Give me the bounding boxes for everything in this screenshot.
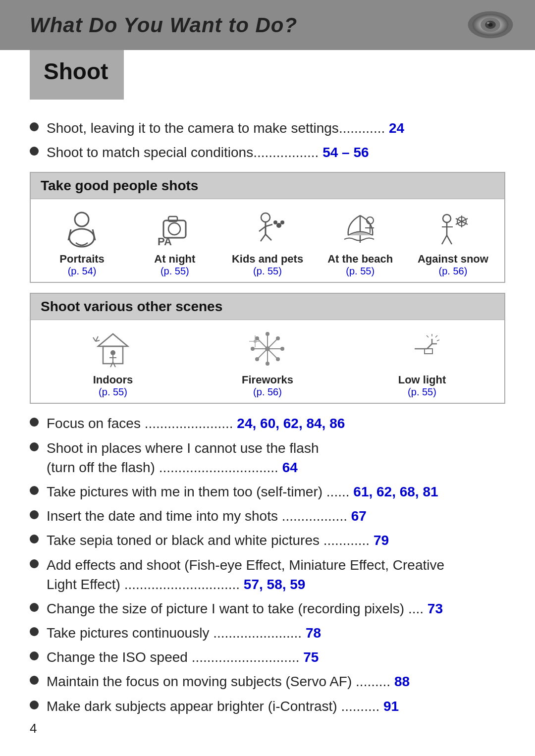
section-people-shots: Take good people shots Portraits (p. 54) (30, 172, 505, 283)
bullet-continuous: Take pictures continuously .............… (30, 623, 505, 643)
bullet-text: Focus on faces (47, 416, 141, 431)
svg-point-60 (276, 336, 280, 340)
svg-point-11 (168, 223, 180, 235)
svg-line-17 (266, 224, 272, 226)
at-beach-icon (335, 209, 385, 249)
page-title: What Do You Want to Do? (30, 13, 297, 37)
page-ref-1[interactable]: 24 (389, 120, 404, 136)
bullet-line2: (turn off the flash) (47, 460, 155, 475)
svg-line-44 (110, 362, 113, 367)
portraits-label: Portraits (59, 253, 104, 266)
section2-title: Shoot various other scenes (31, 294, 504, 320)
page-ref[interactable]: 91 (383, 699, 399, 714)
bullet-dot (30, 147, 39, 156)
icon-against-snow: Against snow (p. 56) (407, 209, 499, 277)
bullet-focus-faces: Focus on faces ....................... 2… (30, 414, 505, 433)
svg-point-58 (280, 347, 284, 351)
svg-point-59 (255, 336, 259, 340)
bullet-date-time: Insert the date and time into my shots .… (30, 506, 505, 526)
lens-icon (466, 9, 515, 41)
svg-line-38 (93, 337, 96, 341)
bullet-dot (30, 651, 39, 660)
page-ref[interactable]: 64 (282, 460, 298, 475)
kids-pets-page[interactable]: (p. 55) (253, 266, 282, 277)
svg-line-18 (261, 234, 266, 241)
icon-kids-pets: Kids and pets (p. 55) (221, 209, 314, 277)
svg-rect-76 (425, 349, 432, 354)
against-snow-page[interactable]: (p. 56) (439, 266, 468, 277)
bullet-dot (30, 676, 39, 685)
svg-line-35 (447, 235, 452, 244)
bullet-text-1: Shoot, leaving it to the camera to make … (47, 120, 339, 136)
svg-point-14 (261, 213, 270, 222)
page-container: What Do You Want to Do? (0, 0, 535, 756)
bullet-text: Take pictures with me in them too (self-… (47, 484, 322, 499)
at-beach-page[interactable]: (p. 55) (346, 266, 374, 277)
svg-point-5 (487, 22, 489, 24)
section1-icons-row: Portraits (p. 54) PA At night (p. 55) (31, 199, 504, 282)
bullet-line1: Shoot in places where I cannot use the f… (47, 440, 319, 456)
svg-point-7 (69, 229, 94, 247)
at-night-label: At night (154, 253, 195, 266)
bullet-dot (30, 122, 39, 131)
bullet-dot (30, 418, 39, 427)
at-night-icon: PA (150, 209, 200, 249)
portraits-page[interactable]: (p. 54) (68, 266, 97, 277)
icon-fireworks: Fireworks (p. 56) (218, 330, 317, 398)
indoors-page[interactable]: (p. 55) (99, 386, 127, 398)
low-light-page[interactable]: (p. 55) (408, 386, 436, 398)
kids-pets-icon (243, 209, 292, 249)
indoors-label: Indoors (93, 374, 133, 386)
svg-marker-37 (98, 334, 128, 346)
bullet-line2: Light Effect) (47, 577, 120, 592)
svg-line-54 (268, 349, 278, 359)
bullet-dot (30, 442, 39, 451)
svg-point-21 (280, 220, 284, 224)
page-ref[interactable]: 79 (374, 533, 389, 548)
svg-line-75 (427, 335, 428, 337)
svg-point-55 (266, 332, 269, 336)
bullet-text: Take pictures continuously (47, 625, 209, 641)
icon-indoors: Indoors (p. 55) (63, 330, 162, 398)
page-number: 4 (30, 721, 37, 736)
svg-point-6 (75, 213, 89, 226)
svg-line-53 (257, 349, 268, 359)
svg-point-56 (266, 362, 269, 366)
page-ref[interactable]: 88 (394, 674, 410, 689)
page-ref[interactable]: 78 (306, 625, 321, 641)
bullet-servo-af: Maintain the focus on moving subjects (S… (30, 672, 505, 691)
page-ref[interactable]: 57, 58, 59 (244, 577, 306, 592)
bullet-i-contrast: Make dark subjects appear brighter (i-Co… (30, 697, 505, 716)
bullet-text: Insert the date and time into my shots (47, 508, 278, 524)
svg-line-19 (266, 234, 271, 240)
svg-point-20 (276, 223, 281, 228)
svg-line-52 (268, 338, 278, 349)
bullet-line1: Add effects and shoot (Fish-eye Effect, … (47, 557, 444, 573)
against-snow-icon (428, 209, 478, 249)
icon-portraits: Portraits (p. 54) (36, 209, 128, 277)
page-ref[interactable]: 67 (351, 508, 367, 524)
section-other-scenes: Shoot various other scenes (30, 293, 505, 404)
at-night-page[interactable]: (p. 55) (160, 266, 189, 277)
bullet-text: Maintain the focus on moving subjects (S… (47, 674, 352, 689)
bullet-text: Take sepia toned or black and white pict… (47, 533, 320, 548)
low-light-label: Low light (398, 374, 446, 386)
against-snow-label: Against snow (418, 253, 488, 266)
bullet-sepia: Take sepia toned or black and white pict… (30, 531, 505, 550)
page-ref[interactable]: 61, 62, 68, 81 (353, 484, 438, 499)
page-ref[interactable]: 24, 60, 62, 84, 86 (237, 416, 345, 431)
fireworks-label: Fireworks (242, 374, 293, 386)
page-ref[interactable]: 75 (303, 649, 319, 665)
bullet-text-2: Shoot to match special conditions (47, 145, 253, 160)
page-ref-2[interactable]: 54 – 56 (322, 145, 369, 160)
bullet-text: Change the size of picture I want to tak… (47, 601, 404, 616)
bullet-iso: Change the ISO speed ...................… (30, 648, 505, 667)
fireworks-page[interactable]: (p. 56) (253, 386, 282, 398)
bullet-recording-pixels: Change the size of picture I want to tak… (30, 599, 505, 618)
svg-line-74 (437, 340, 439, 341)
svg-line-51 (257, 338, 268, 349)
bullet-dot (30, 535, 39, 543)
page-ref[interactable]: 73 (428, 601, 443, 616)
svg-text:PA: PA (158, 235, 172, 248)
low-light-icon (397, 330, 447, 370)
